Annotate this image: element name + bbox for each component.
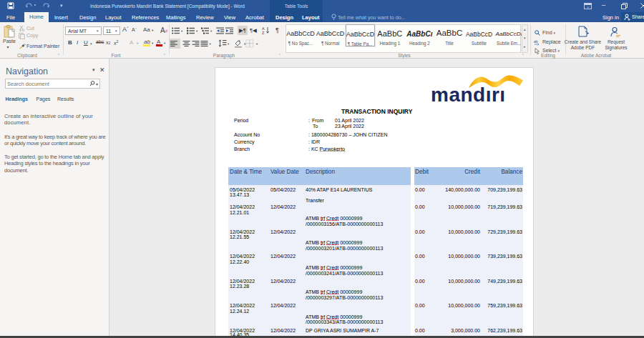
svg-text:Z: Z xyxy=(262,31,265,34)
svg-text:A: A xyxy=(160,26,165,34)
svg-text:ab: ab xyxy=(534,39,538,44)
